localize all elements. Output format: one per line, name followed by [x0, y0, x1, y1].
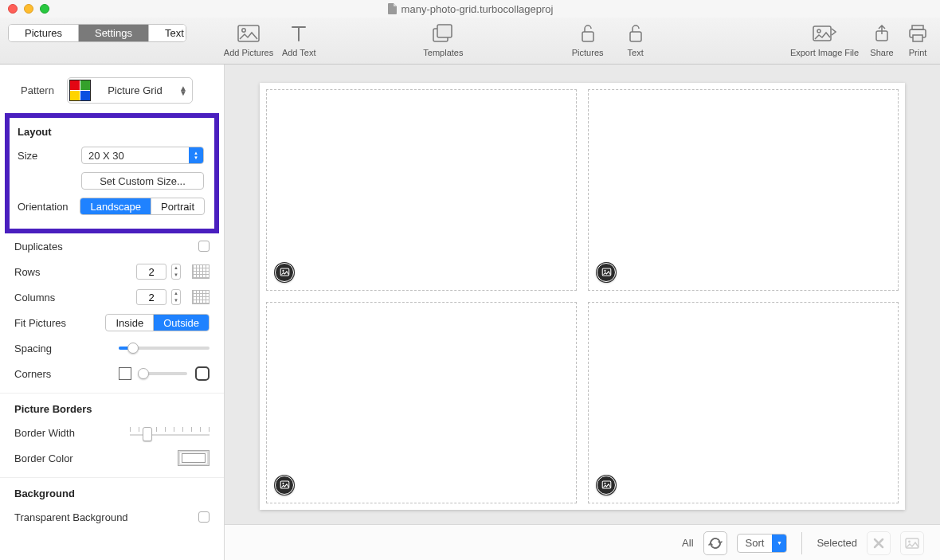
templates-icon — [432, 22, 454, 45]
add-pictures-label: Add Pictures — [224, 48, 273, 57]
tab-pictures[interactable]: Pictures — [9, 25, 78, 41]
grid-cell[interactable] — [588, 89, 899, 291]
svg-point-7 — [817, 29, 821, 33]
canvas-footer: All Sort Selected — [225, 524, 940, 560]
rows-stepper[interactable]: ▲▼ — [171, 264, 181, 280]
border-color-well[interactable] — [178, 450, 210, 466]
svg-point-15 — [604, 270, 605, 272]
tab-settings[interactable]: Settings — [78, 25, 148, 41]
cell-image-button[interactable] — [597, 476, 616, 495]
border-width-slider[interactable] — [130, 427, 210, 438]
templates-label: Templates — [423, 48, 463, 57]
main-toolbar: Pictures Settings Text Add Pictures Add … — [0, 18, 940, 64]
print-label: Print — [909, 48, 927, 57]
columns-stepper[interactable]: ▲▼ — [171, 289, 181, 305]
grid-cell[interactable] — [588, 302, 899, 503]
text-icon — [291, 22, 307, 45]
corner-round-icon — [195, 366, 210, 381]
canvas-area: All Sort Selected — [225, 65, 940, 560]
pattern-value: Picture Grid — [91, 84, 179, 96]
settings-sidebar: Pattern Picture Grid ▲▼ Layout Size 20 X — [0, 65, 225, 560]
layout-section-highlight: Layout Size 20 X 30 Set Custom Size... — [5, 113, 219, 233]
columns-label: Columns — [14, 292, 78, 303]
svg-point-17 — [282, 483, 284, 484]
orientation-segment: Landscape Portrait — [80, 198, 205, 215]
set-custom-size-button[interactable]: Set Custom Size... — [81, 172, 204, 190]
all-label: All — [682, 537, 693, 549]
size-select[interactable]: 20 X 30 — [81, 147, 204, 164]
svg-point-21 — [908, 540, 911, 542]
orientation-portrait[interactable]: Portrait — [151, 198, 204, 214]
grid-rows-icon — [192, 264, 210, 279]
share-label: Share — [870, 48, 893, 57]
window-titlebar: many-photo-grid.turbocollageproj — [0, 0, 940, 18]
columns-input[interactable] — [136, 289, 166, 305]
collage-canvas[interactable] — [260, 83, 905, 510]
share-icon — [875, 22, 889, 45]
divider — [801, 532, 802, 554]
background-heading: Background — [14, 488, 210, 499]
corners-label: Corners — [14, 368, 78, 380]
orientation-landscape[interactable]: Landscape — [80, 198, 151, 214]
remove-selected-button[interactable] — [867, 531, 891, 555]
svg-rect-0 — [238, 25, 259, 41]
layout-heading: Layout — [18, 126, 205, 138]
transparent-bg-checkbox[interactable] — [198, 511, 210, 523]
pattern-selector[interactable]: Picture Grid ▲▼ — [67, 77, 193, 104]
pattern-grid-icon — [69, 80, 91, 101]
share-button[interactable]: Share — [865, 18, 899, 57]
grid-cell[interactable] — [266, 89, 577, 291]
print-button[interactable]: Print — [902, 18, 934, 57]
duplicates-checkbox[interactable] — [198, 241, 210, 252]
add-pictures-button[interactable]: Add Pictures — [224, 18, 273, 57]
export-image-label: Export Image File — [790, 48, 859, 57]
transparent-bg-label: Transparent Background — [14, 511, 198, 523]
cell-image-button[interactable] — [597, 263, 616, 282]
corner-square-icon — [119, 367, 131, 380]
duplicates-label: Duplicates — [14, 241, 198, 253]
fit-outside[interactable]: Outside — [153, 315, 209, 331]
lock-text-button[interactable]: Text — [613, 18, 658, 57]
size-value: 20 X 30 — [88, 150, 124, 162]
print-icon — [908, 22, 927, 45]
selected-label: Selected — [817, 537, 857, 549]
svg-rect-4 — [582, 32, 593, 41]
spacing-slider[interactable] — [119, 347, 210, 350]
refresh-button[interactable] — [703, 531, 727, 555]
sort-button[interactable]: Sort — [737, 534, 788, 553]
chevron-updown-icon: ▲▼ — [179, 86, 187, 96]
panel-tabs: Pictures Settings Text — [8, 24, 186, 42]
svg-rect-5 — [630, 32, 641, 41]
cell-image-button[interactable] — [275, 263, 294, 282]
pattern-label: Pattern — [21, 84, 54, 96]
grid-cell[interactable] — [266, 302, 577, 503]
window-title: many-photo-grid.turbocollageproj — [401, 3, 554, 15]
export-image-icon — [813, 22, 836, 45]
image-plus-icon — [237, 22, 260, 45]
fit-inside[interactable]: Inside — [106, 315, 153, 331]
lock-pictures-label: Pictures — [572, 48, 604, 57]
borders-heading: Picture Borders — [14, 403, 210, 415]
lock-text-label: Text — [628, 48, 644, 57]
export-image-button[interactable]: Export Image File — [787, 18, 862, 57]
svg-point-13 — [282, 270, 284, 272]
cell-image-button[interactable] — [275, 476, 294, 495]
rows-label: Rows — [14, 266, 78, 278]
selected-image-button[interactable] — [900, 531, 924, 555]
unlock-icon — [628, 22, 644, 45]
lock-pictures-button[interactable]: Pictures — [566, 18, 610, 57]
fit-segment: Inside Outside — [105, 314, 210, 331]
svg-rect-11 — [913, 35, 922, 41]
svg-point-19 — [604, 483, 605, 484]
corners-slider[interactable] — [139, 372, 187, 375]
document-icon — [387, 3, 397, 14]
add-text-button[interactable]: Add Text — [276, 18, 321, 57]
spacing-label: Spacing — [14, 343, 78, 354]
templates-button[interactable]: Templates — [421, 18, 465, 57]
tab-text[interactable]: Text — [148, 25, 186, 41]
chevron-down-icon — [772, 535, 786, 552]
unlock-icon — [580, 22, 596, 45]
orientation-label: Orientation — [18, 201, 80, 213]
rows-input[interactable] — [136, 264, 166, 280]
sort-label: Sort — [738, 537, 773, 549]
